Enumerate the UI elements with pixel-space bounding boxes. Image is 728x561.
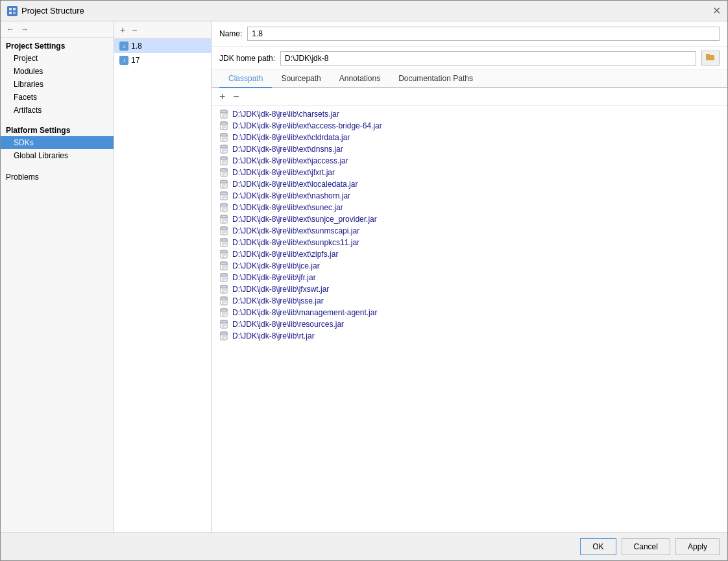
- jar-icon: [219, 261, 228, 270]
- list-item: D:\JDK\jdk-8\jre\lib\resources.jar: [212, 318, 727, 330]
- svg-rect-56: [221, 215, 227, 218]
- classpath-remove-button[interactable]: −: [230, 91, 241, 102]
- classpath-path: D:\JDK\jdk-8\jre\lib\ext\zipfs.jar: [232, 250, 338, 259]
- project-settings-header: Project Settings: [1, 38, 114, 52]
- list-item: D:\JDK\jdk-8\jre\lib\ext\sunmscapi.jar: [212, 225, 727, 237]
- list-item: D:\JDK\jdk-8\jre\lib\jfr.jar: [212, 272, 727, 283]
- tab-sourcepath[interactable]: Sourcepath: [272, 70, 330, 88]
- sidebar-item-project[interactable]: Project: [1, 52, 114, 65]
- jar-icon: [219, 296, 228, 305]
- back-button[interactable]: ←: [5, 24, 16, 34]
- classpath-path: D:\JDK\jdk-8\jre\lib\ext\sunpkcs11.jar: [232, 238, 359, 247]
- sdk-item-18[interactable]: J 1.8: [114, 39, 211, 53]
- close-button[interactable]: ✕: [712, 6, 721, 16]
- svg-rect-46: [221, 192, 227, 195]
- sidebar-item-modules[interactable]: Modules: [1, 65, 114, 78]
- classpath-path: D:\JDK\jdk-8\jre\lib\ext\dnsns.jar: [232, 145, 343, 154]
- svg-rect-0: [9, 8, 12, 10]
- list-item: D:\JDK\jdk-8\jre\lib\ext\sunjce_provider…: [212, 213, 727, 225]
- jar-icon: [219, 226, 228, 235]
- browse-folder-button[interactable]: [701, 51, 720, 66]
- jar-icon: [219, 121, 228, 130]
- svg-rect-71: [221, 250, 227, 253]
- classpath-list: D:\JDK\jdk-8\jre\lib\charsets.jar D:\JDK…: [212, 106, 727, 532]
- nav-toolbar: ← →: [1, 21, 114, 38]
- classpath-path: D:\JDK\jdk-8\jre\lib\ext\cldrdata.jar: [232, 133, 350, 142]
- jdk-row: JDK home path:: [212, 47, 727, 70]
- jar-icon: [219, 215, 228, 224]
- project-structure-window: Project Structure ✕ ← → Project Settings…: [0, 0, 728, 561]
- svg-rect-61: [221, 227, 227, 230]
- jdk-home-input[interactable]: [280, 51, 696, 66]
- tab-documentation-paths[interactable]: Documentation Paths: [389, 70, 482, 88]
- classpath-path: D:\JDK\jdk-8\jre\lib\ext\access-bridge-6…: [232, 121, 382, 130]
- list-item: D:\JDK\jdk-8\jre\lib\ext\localedata.jar: [212, 178, 727, 190]
- cancel-button[interactable]: Cancel: [622, 538, 670, 555]
- list-item: D:\JDK\jdk-8\jre\lib\management-agent.ja…: [212, 307, 727, 318]
- sidebar-item-facets[interactable]: Facets: [1, 91, 114, 104]
- sdk-list-toolbar: + −: [114, 21, 211, 39]
- sdk-add-button[interactable]: +: [118, 24, 127, 36]
- main-panel: Name: JDK home path: Classpath: [212, 21, 727, 532]
- svg-rect-96: [221, 309, 227, 311]
- apply-button[interactable]: Apply: [675, 538, 720, 555]
- jar-icon: [219, 156, 228, 165]
- tab-classpath[interactable]: Classpath: [219, 70, 272, 88]
- svg-rect-36: [221, 169, 227, 171]
- svg-rect-8: [706, 55, 714, 60]
- svg-rect-76: [221, 262, 227, 265]
- sdk-remove-button[interactable]: −: [130, 24, 139, 36]
- svg-text:J: J: [123, 58, 125, 63]
- sidebar-item-artifacts[interactable]: Artifacts: [1, 104, 114, 117]
- svg-rect-91: [221, 297, 227, 300]
- jar-icon: [219, 133, 228, 142]
- svg-rect-1: [13, 8, 16, 10]
- classpath-path: D:\JDK\jdk-8\jre\lib\management-agent.ja…: [232, 308, 377, 317]
- svg-rect-66: [221, 239, 227, 241]
- list-item: D:\JDK\jdk-8\jre\lib\charsets.jar: [212, 108, 727, 120]
- classpath-add-button[interactable]: +: [217, 91, 228, 102]
- svg-rect-41: [221, 180, 227, 183]
- sidebar-item-global-libraries[interactable]: Global Libraries: [1, 149, 114, 162]
- name-input[interactable]: [247, 27, 720, 41]
- svg-rect-2: [9, 12, 12, 14]
- classpath-path: D:\JDK\jdk-8\jre\lib\charsets.jar: [232, 110, 339, 119]
- list-item: D:\JDK\jdk-8\jre\lib\ext\jfxrt.jar: [212, 167, 727, 178]
- ok-button[interactable]: OK: [580, 538, 616, 555]
- sidebar-item-sdks[interactable]: SDKs: [1, 136, 114, 149]
- sidebar-item-libraries[interactable]: Libraries: [1, 78, 114, 91]
- jar-icon: [219, 203, 228, 212]
- classpath-toolbar: + −: [212, 88, 727, 106]
- forward-button[interactable]: →: [19, 24, 30, 34]
- list-item: D:\JDK\jdk-8\jre\lib\ext\access-bridge-6…: [212, 120, 727, 132]
- jar-icon: [219, 168, 228, 177]
- sdk-item-17[interactable]: J 17: [114, 53, 211, 67]
- jdk-home-label: JDK home path:: [219, 54, 275, 63]
- platform-settings-header: Platform Settings: [1, 122, 114, 136]
- sdk-list-panel: + − J 1.8 J: [114, 21, 212, 532]
- platform-settings-section: Platform Settings SDKs Global Libraries: [1, 122, 114, 162]
- tab-annotations[interactable]: Annotations: [330, 70, 389, 88]
- classpath-path: D:\JDK\jdk-8\jre\lib\resources.jar: [232, 320, 344, 329]
- svg-rect-26: [221, 145, 227, 148]
- classpath-path: D:\JDK\jdk-8\jre\lib\jfxswt.jar: [232, 285, 329, 294]
- classpath-path: D:\JDK\jdk-8\jre\lib\ext\sunec.jar: [232, 203, 343, 212]
- jar-icon: [219, 250, 228, 259]
- title-bar: Project Structure ✕: [1, 1, 727, 21]
- jar-icon: [219, 331, 228, 340]
- jar-icon: [219, 110, 228, 119]
- name-label: Name:: [219, 29, 242, 38]
- classpath-path: D:\JDK\jdk-8\jre\lib\ext\sunmscapi.jar: [232, 226, 359, 235]
- list-item: D:\JDK\jdk-8\jre\lib\ext\nashorn.jar: [212, 190, 727, 202]
- jar-icon: [219, 308, 228, 317]
- list-item: D:\JDK\jdk-8\jre\lib\ext\zipfs.jar: [212, 248, 727, 260]
- sidebar-item-problems[interactable]: Problems: [1, 170, 114, 184]
- window-title: Project Structure: [21, 6, 84, 16]
- jar-icon: [219, 320, 228, 329]
- svg-rect-101: [221, 320, 227, 323]
- classpath-path: D:\JDK\jdk-8\jre\lib\jce.jar: [232, 261, 320, 270]
- name-row: Name:: [212, 21, 727, 47]
- app-icon: [7, 6, 18, 16]
- classpath-path: D:\JDK\jdk-8\jre\lib\ext\jaccess.jar: [232, 156, 348, 165]
- svg-rect-86: [221, 285, 227, 288]
